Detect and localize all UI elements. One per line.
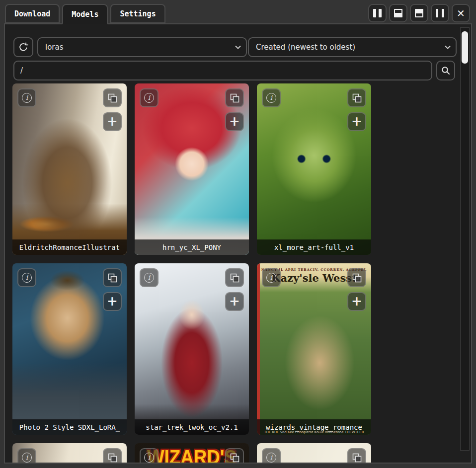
layout-bottom-panel-button[interactable] [410, 4, 428, 22]
copy-button[interactable] [347, 268, 366, 287]
plus-icon: + [107, 115, 118, 128]
info-button[interactable]: i [140, 448, 159, 464]
copy-button[interactable] [103, 88, 122, 107]
info-icon: i [22, 273, 32, 283]
model-card-partial-cream[interactable]: i + [12, 443, 127, 464]
copy-button[interactable] [225, 268, 244, 287]
layout-top-panel-button[interactable] [389, 4, 407, 22]
plus-icon: + [351, 295, 362, 308]
model-type-select[interactable]: loras [37, 37, 247, 57]
model-name-bar: Photo 2 Style SDXL_LoRA_ [12, 419, 127, 435]
info-button[interactable]: i [17, 448, 36, 464]
model-name: EldritchRomanceIllustrat [19, 243, 120, 251]
copy-icon [230, 453, 240, 463]
copy-button[interactable] [347, 448, 366, 464]
model-name: star_trek_twok_oc_v2.1 [146, 423, 238, 431]
model-card-EldritchRomanceIllustrat[interactable]: i + EldritchRomanceIllustrat [12, 83, 127, 255]
tab-download-label: Download [14, 9, 50, 18]
info-button[interactable]: i [140, 268, 159, 287]
tab-models[interactable]: Models [62, 4, 108, 24]
layout-split-vertical-button[interactable] [368, 4, 387, 22]
copy-icon [107, 453, 118, 463]
info-button[interactable]: i [262, 88, 281, 107]
layout-bottom-panel-icon [415, 9, 423, 17]
info-icon: i [266, 453, 276, 463]
layout-top-panel-icon [394, 9, 402, 17]
copy-icon [352, 453, 362, 463]
add-button[interactable]: + [103, 292, 122, 311]
tab-bar: Download Models Settings [5, 4, 165, 24]
plus-icon: + [229, 295, 240, 308]
add-button[interactable]: + [347, 292, 366, 311]
info-button[interactable]: i [262, 448, 281, 464]
refresh-button[interactable] [13, 37, 33, 57]
copy-button[interactable] [103, 448, 122, 464]
search-icon [441, 66, 451, 76]
model-card-wizards_vintage_romance[interactable]: NANCY IL APRI TEBACIV. CCORBEN. AGEPPEL … [257, 263, 371, 435]
copy-icon [352, 273, 362, 283]
plus-icon: + [229, 115, 240, 128]
models-panel: loras Created (newest to oldest) i [4, 23, 472, 464]
add-button[interactable]: + [225, 112, 244, 131]
model-name-bar: hrn_yc_XL_PONY [135, 239, 249, 255]
info-icon: i [144, 453, 154, 463]
refresh-icon [18, 42, 29, 53]
add-button[interactable]: + [103, 112, 122, 131]
plus-icon: + [351, 115, 362, 128]
image-caption-bottom: THE KUE Vad Kee Phoopitrat Kouie ohaneto… [257, 430, 371, 434]
model-card-wizards-title[interactable]: WIZARD'S i + [135, 443, 249, 464]
copy-button[interactable] [103, 268, 122, 287]
info-icon: i [266, 273, 276, 283]
model-image [257, 83, 371, 255]
copy-icon [352, 93, 362, 103]
model-name-bar: star_trek_twok_oc_v2.1 [135, 419, 249, 435]
tab-download[interactable]: Download [5, 4, 60, 23]
scrollbar[interactable] [460, 27, 470, 451]
info-button[interactable]: i [262, 268, 281, 287]
model-image [12, 83, 127, 255]
model-card-hrn_yc_XL_PONY[interactable]: i + hrn_yc_XL_PONY [135, 83, 249, 255]
info-button[interactable]: i [140, 88, 159, 107]
info-icon: i [266, 93, 276, 103]
model-card-partial-floral[interactable]: i + [257, 443, 371, 464]
info-icon: i [22, 453, 32, 463]
tab-models-label: Models [72, 10, 98, 19]
tab-settings[interactable]: Settings [110, 4, 165, 23]
tab-settings-label: Settings [120, 9, 156, 18]
model-card-star_trek_twok_oc_v2.1[interactable]: i + star_trek_twok_oc_v2.1 [135, 263, 249, 435]
close-button[interactable]: ✕ [452, 4, 470, 22]
layout-center-panel-icon [436, 9, 444, 17]
model-card-xl_more_art-full_v1[interactable]: i + xl_more_art-full_v1 [257, 83, 371, 255]
copy-icon [107, 273, 118, 283]
copy-icon [107, 93, 118, 103]
info-button[interactable]: i [17, 88, 36, 107]
model-name-bar: xl_more_art-full_v1 [257, 239, 371, 255]
window-controls: ✕ [368, 4, 470, 22]
add-button[interactable]: + [347, 112, 366, 131]
model-search-input[interactable] [13, 61, 432, 80]
copy-button[interactable] [225, 88, 244, 107]
model-type-select-wrap: loras [37, 37, 247, 57]
add-button[interactable]: + [225, 292, 244, 311]
model-image: NANCY IL APRI TEBACIV. CCORBEN. AGEPPEL … [257, 263, 371, 435]
model-name: Photo 2 Style SDXL_LoRA_ [19, 423, 120, 431]
model-name: hrn_yc_XL_PONY [162, 243, 221, 251]
copy-button[interactable] [347, 88, 366, 107]
info-button[interactable]: i [17, 268, 36, 287]
model-image [135, 83, 249, 255]
model-name: xl_more_art-full_v1 [274, 243, 354, 251]
model-image [135, 263, 249, 435]
info-icon: i [22, 93, 32, 103]
info-icon: i [144, 93, 154, 103]
copy-button[interactable] [225, 448, 244, 464]
copy-icon [230, 93, 240, 103]
model-name-bar: EldritchRomanceIllustrat [12, 239, 127, 255]
sort-select[interactable]: Created (newest to oldest) [248, 37, 457, 57]
search-button[interactable] [436, 61, 455, 80]
scrollbar-thumb[interactable] [462, 31, 468, 64]
layout-center-panel-button[interactable] [431, 4, 449, 22]
plus-icon: + [107, 295, 118, 308]
model-card-Photo 2 Style SDXL_LoRA_[interactable]: i + Photo 2 Style SDXL_LoRA_ [12, 263, 127, 435]
info-icon: i [144, 273, 154, 283]
page: { "window": { "tabs": [ {"label": "Downl… [0, 0, 476, 468]
